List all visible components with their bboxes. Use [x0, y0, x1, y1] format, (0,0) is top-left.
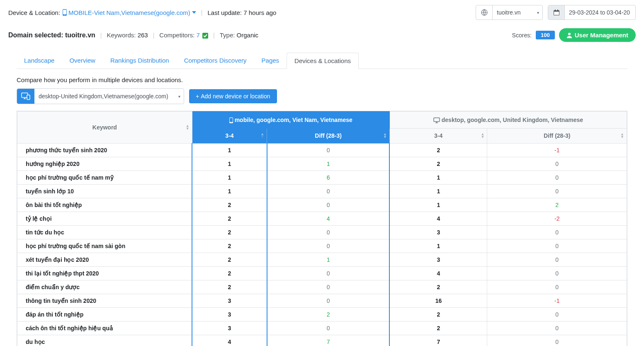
cell-mobile-diff: 0	[267, 239, 390, 253]
comparison-table: Keyword ▲▼ mobile, google.com, Viet Nam,…	[17, 111, 627, 346]
domain-selected-label: Domain selected: tuoitre.vn	[8, 32, 95, 39]
competitors-stat: Competitors: 7	[159, 32, 208, 39]
cell-desktop-34: 1	[389, 171, 487, 185]
svg-rect-15	[434, 118, 440, 122]
date-range-picker[interactable]: 29-03-2024 to 03-04-20	[548, 5, 636, 20]
cell-desktop-34: 1	[389, 185, 487, 198]
cell-mobile-34: 2	[192, 226, 267, 239]
table-row: tuyển sinh lớp 101010	[17, 185, 627, 198]
compare-description: Compare how you perform in multiple devi…	[0, 69, 644, 88]
table-row: tin tức du học2030	[17, 226, 627, 239]
table-row: điểm chuẩn y dược2020	[17, 280, 627, 294]
check-icon	[202, 33, 208, 39]
tab-competitors-discovery[interactable]: Competitors Discovery	[177, 53, 254, 68]
cell-keyword[interactable]: du học	[17, 335, 192, 346]
sort-icon: ▲▼	[260, 133, 264, 139]
cell-desktop-diff: 0	[487, 308, 627, 322]
tab-pages[interactable]: Pages	[254, 53, 287, 68]
mobile-icon	[229, 117, 233, 123]
svg-rect-11	[27, 95, 30, 100]
tab-rankings-distribution[interactable]: Rankings Distribution	[103, 53, 177, 68]
cell-desktop-diff: 0	[487, 157, 627, 171]
compare-device-value: desktop-United Kingdom,Vietnamese(google…	[39, 93, 168, 100]
cell-desktop-34: 16	[389, 294, 487, 308]
cell-desktop-34: 4	[389, 212, 487, 226]
table-row: học phí trường quốc tế nam sài gòn2010	[17, 239, 627, 253]
cell-mobile-34: 2	[192, 212, 267, 226]
cell-mobile-diff: 0	[267, 185, 390, 198]
cell-desktop-diff: 0	[487, 280, 627, 294]
chevron-down-icon: ▾	[537, 10, 539, 15]
cell-desktop-34: 3	[389, 253, 487, 267]
cell-desktop-34: 1	[389, 198, 487, 212]
cell-mobile-diff: 0	[267, 144, 390, 157]
cell-desktop-diff: -1	[487, 144, 627, 157]
last-update-text: Last update: 7 hours ago	[207, 9, 276, 16]
svg-point-9	[568, 33, 571, 35]
divider: |	[201, 9, 203, 16]
divider: |	[100, 32, 102, 39]
cell-keyword[interactable]: xét tuyển đại học 2020	[17, 253, 192, 267]
top-bar: Device & Location: MOBILE-Viet Nam,Vietn…	[0, 0, 644, 25]
table-row: thông tin tuyển sinh 20203016-1	[17, 294, 627, 308]
cell-mobile-diff: 7	[267, 335, 390, 346]
cell-desktop-diff: 0	[487, 226, 627, 239]
scores-label: Scores:	[512, 32, 532, 39]
cell-mobile-34: 2	[192, 253, 267, 267]
cell-keyword[interactable]: học phí trường quốc tế nam sài gòn	[17, 239, 192, 253]
chevron-down-icon: ▾	[178, 94, 180, 99]
cell-desktop-diff: -1	[487, 294, 627, 308]
cell-keyword[interactable]: học phí trường quốc tế nam mỹ	[17, 171, 192, 185]
type-stat: Type: Organic	[220, 32, 258, 39]
col-header-desktop-34[interactable]: 3-4 ▲▼	[389, 128, 487, 143]
cell-keyword[interactable]: tin tức du học	[17, 226, 192, 239]
tab-overview[interactable]: Overview	[62, 53, 103, 68]
globe-icon	[481, 9, 488, 16]
cell-desktop-34: 2	[389, 322, 487, 335]
add-device-button[interactable]: + Add new device or location	[189, 89, 277, 103]
cell-keyword[interactable]: thi lại tốt nghiệp thpt 2020	[17, 267, 192, 280]
sort-icon: ▲▼	[186, 124, 190, 130]
cell-keyword[interactable]: phương thức tuyển sinh 2020	[17, 144, 192, 157]
cell-keyword[interactable]: hướng nghiệp 2020	[17, 157, 192, 171]
cell-mobile-diff: 1	[267, 253, 390, 267]
cell-keyword[interactable]: tỷ lệ chọi	[17, 212, 192, 226]
table-row: đáp án thi tốt nghiệp3220	[17, 308, 627, 322]
cell-mobile-diff: 0	[267, 198, 390, 212]
cell-keyword[interactable]: cách ôn thi tốt nghiệp hiệu quả	[17, 322, 192, 335]
cell-keyword[interactable]: thông tin tuyển sinh 2020	[17, 294, 192, 308]
compare-device-select[interactable]: desktop-United Kingdom,Vietnamese(google…	[17, 88, 184, 104]
col-header-mobile-diff[interactable]: Diff (28-3) ▲▼	[267, 128, 390, 143]
cell-mobile-34: 2	[192, 198, 267, 212]
cell-keyword[interactable]: đáp án thi tốt nghiệp	[17, 308, 192, 322]
svg-point-14	[231, 122, 231, 123]
cell-desktop-diff: 0	[487, 335, 627, 346]
col-header-desktop-diff[interactable]: Diff (28-3) ▲▼	[487, 128, 627, 143]
col-header-mobile-34[interactable]: 3-4 ▲▼	[192, 128, 267, 143]
cell-keyword[interactable]: điểm chuẩn y dược	[17, 280, 192, 294]
table-row: phương thức tuyển sinh 2020102-1	[17, 144, 627, 157]
divider: |	[213, 32, 215, 39]
user-management-button[interactable]: User Management	[559, 28, 636, 42]
domain-select[interactable]: tuoitre.vn ▾	[476, 5, 543, 20]
cell-keyword[interactable]: tuyển sinh lớp 10	[17, 185, 192, 198]
cell-mobile-34: 1	[192, 144, 267, 157]
chevron-down-icon	[192, 11, 196, 14]
tab-devices-locations[interactable]: Devices & Locations	[287, 53, 359, 69]
device-location-selector[interactable]: MOBILE-Viet Nam,Vietnamese(google.com)	[63, 9, 196, 16]
table-row: ôn bài thi tốt nghiệp2012	[17, 198, 627, 212]
cell-mobile-diff: 0	[267, 280, 390, 294]
mobile-icon	[63, 9, 67, 16]
col-header-keyword[interactable]: Keyword ▲▼	[17, 112, 192, 144]
table-row: tỷ lệ chọi244-2	[17, 212, 627, 226]
device-location-value: MOBILE-Viet Nam,Vietnamese(google.com)	[68, 9, 190, 16]
cell-mobile-diff: 0	[267, 267, 390, 280]
controls-row: desktop-United Kingdom,Vietnamese(google…	[0, 88, 644, 111]
cell-desktop-34: 2	[389, 308, 487, 322]
cell-mobile-diff: 2	[267, 308, 390, 322]
cell-desktop-diff: 0	[487, 171, 627, 185]
tab-landscape[interactable]: Landscape	[17, 53, 62, 68]
devices-icon	[21, 93, 30, 100]
cell-keyword[interactable]: ôn bài thi tốt nghiệp	[17, 198, 192, 212]
svg-rect-5	[554, 12, 559, 15]
